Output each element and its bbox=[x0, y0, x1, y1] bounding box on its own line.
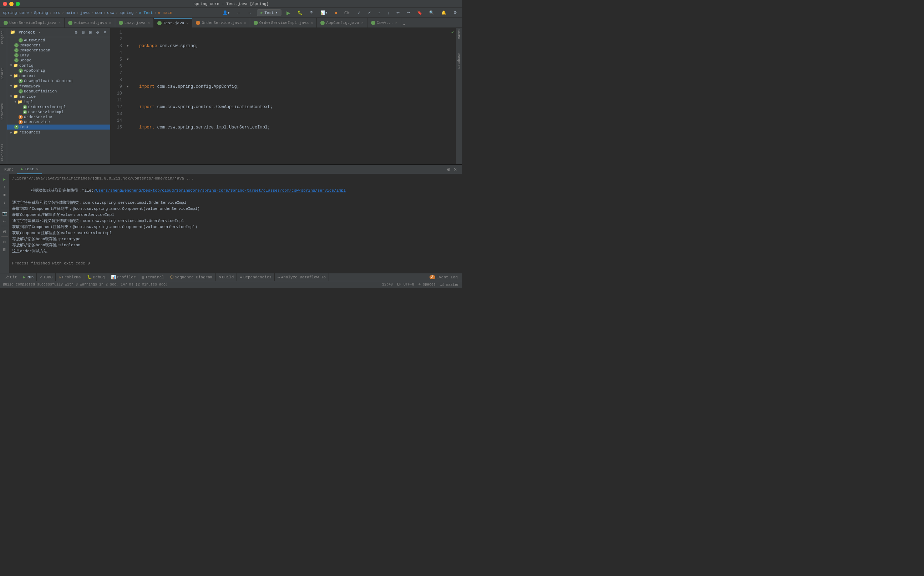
breadcrumb-part-0[interactable]: spring-core bbox=[3, 11, 29, 15]
tree-item-userservice[interactable]: I UserService bbox=[7, 120, 110, 125]
screenshot-button[interactable]: 📷 bbox=[1, 210, 8, 217]
scroll-down-button[interactable]: ↓ bbox=[1, 199, 8, 206]
tab-close-icon[interactable]: ✕ bbox=[361, 21, 364, 25]
profiler-tool[interactable]: 📊 Profiler bbox=[108, 274, 139, 281]
tree-folder-impl[interactable]: ▼ 📁 impl bbox=[7, 99, 110, 104]
file-path-link[interactable]: /Users/shengwencheng/Desktop/cloud/Sprin… bbox=[94, 189, 346, 193]
stop-button[interactable]: ■ bbox=[332, 10, 339, 16]
breadcrumb-main[interactable]: ⊕ main bbox=[158, 10, 172, 15]
tab-close-icon[interactable]: ✕ bbox=[244, 21, 246, 25]
tab-close-icon[interactable]: ✕ bbox=[395, 21, 397, 25]
analyze-dataflow-tool[interactable]: → Analyze Dataflow To bbox=[275, 274, 329, 281]
breadcrumb-test[interactable]: ⊕ Test bbox=[139, 10, 153, 15]
breadcrumb-part-3[interactable]: main bbox=[65, 11, 75, 15]
stop-run-button[interactable]: ■ bbox=[1, 191, 8, 198]
tree-folder-context[interactable]: ▼ 📁 context bbox=[7, 73, 110, 78]
tab-close-icon[interactable]: ✕ bbox=[311, 21, 313, 25]
delete-button[interactable]: 🗑 bbox=[1, 246, 8, 253]
status-git-branch[interactable]: ⎇ master bbox=[440, 283, 459, 287]
print-button[interactable]: 🖨 bbox=[1, 228, 8, 235]
tab-close-icon[interactable]: ✕ bbox=[148, 21, 150, 25]
forward-button[interactable]: → bbox=[246, 10, 254, 16]
git-pull[interactable]: ↓ bbox=[385, 10, 392, 16]
run-config-selector[interactable]: ▶ Test ▾ bbox=[257, 9, 282, 16]
terminal-tool[interactable]: ▤ Terminal bbox=[139, 274, 167, 281]
tab-lazy[interactable]: Lazy.java ✕ bbox=[115, 18, 154, 27]
run-tab-close[interactable]: ✕ bbox=[36, 167, 38, 171]
debug-tool[interactable]: 🐛 Debug bbox=[84, 274, 108, 281]
git-tool[interactable]: ⎇ Git bbox=[2, 274, 20, 281]
tree-item-lazy[interactable]: C Lazy bbox=[7, 53, 110, 58]
tree-folder-framework[interactable]: ▼ 📁 framework bbox=[7, 83, 110, 89]
collapse-all-button[interactable]: ⊟ bbox=[81, 30, 86, 34]
breadcrumb-part-7[interactable]: spring bbox=[120, 11, 134, 15]
breadcrumb-part-6[interactable]: csw bbox=[107, 11, 114, 15]
close-button[interactable] bbox=[3, 2, 7, 6]
run-button[interactable]: ▶ bbox=[284, 9, 292, 16]
tree-item-appconfig[interactable]: C AppConfig bbox=[7, 68, 110, 73]
tree-item-userserviceimpl[interactable]: C UserServiceImpl bbox=[7, 110, 110, 115]
notifications-button[interactable]: 🔔 bbox=[439, 10, 448, 16]
git-commit[interactable]: ✓ bbox=[365, 10, 373, 16]
redo-button[interactable]: ↪ bbox=[405, 10, 412, 16]
coverage-button[interactable]: ☂ bbox=[308, 10, 315, 16]
close-run-button[interactable]: ✕ bbox=[453, 166, 458, 173]
event-log[interactable]: 3 Event Log bbox=[427, 275, 461, 280]
wrap-button[interactable]: ⟵ bbox=[1, 218, 8, 224]
user-icon[interactable]: 👤▾ bbox=[220, 10, 232, 16]
tab-test[interactable]: Test.java ✕ bbox=[154, 18, 192, 27]
tree-item-orderservice[interactable]: I OrderService bbox=[7, 115, 110, 120]
build-tool[interactable]: ⚙ Build bbox=[216, 274, 237, 281]
minimize-button[interactable] bbox=[9, 2, 14, 6]
tree-item-autowired[interactable]: C Autowired bbox=[7, 38, 110, 43]
settings-button[interactable]: ⚙ bbox=[451, 10, 459, 16]
favorites-panel-label[interactable]: Favorites bbox=[0, 141, 7, 164]
tree-item-beandefinition[interactable]: C BeanDefinition bbox=[7, 89, 110, 94]
fold-arrow-9[interactable]: ▼ bbox=[125, 83, 131, 90]
settings-run-button[interactable]: ⚙ bbox=[446, 166, 451, 173]
tree-item-component[interactable]: C Component bbox=[7, 43, 110, 48]
tree-item-scope[interactable]: C Scope bbox=[7, 58, 110, 63]
close-panel[interactable]: ✕ bbox=[102, 30, 107, 34]
maven-label[interactable]: Maven bbox=[457, 29, 461, 39]
restart-button[interactable]: ▶ bbox=[1, 176, 8, 183]
commit-panel-label[interactable]: Commit bbox=[0, 65, 7, 82]
run-tool[interactable]: ▶ Run bbox=[20, 274, 37, 281]
sequence-diagram-tool[interactable]: ⬡ Sequence Diagram bbox=[167, 274, 216, 281]
split-button[interactable]: ⊡ bbox=[1, 238, 8, 245]
todo-tool[interactable]: ✓ TODO bbox=[37, 274, 56, 281]
breadcrumb-part-4[interactable]: java bbox=[80, 11, 89, 15]
back-button[interactable]: ← bbox=[235, 10, 243, 16]
tab-orderservice[interactable]: OrderService.java ✕ bbox=[192, 18, 250, 27]
scroll-up-button[interactable]: ↑ bbox=[1, 184, 8, 190]
settings-gear[interactable]: ⚙ bbox=[95, 30, 100, 34]
run-tab-test[interactable]: ▶ Test ✕ bbox=[17, 165, 42, 174]
tree-folder-service[interactable]: ▼ 📁 service bbox=[7, 94, 110, 99]
tab-close-icon[interactable]: ✕ bbox=[186, 21, 188, 26]
tabs-overflow[interactable]: ▾ bbox=[401, 22, 407, 27]
maximize-button[interactable] bbox=[16, 2, 20, 6]
code-editor[interactable]: 12345 678910 1112131415 ▼ ▼ ▼ bbox=[110, 28, 456, 164]
problems-tool[interactable]: ⚠ Problems bbox=[56, 274, 84, 281]
fold-arrow-3[interactable]: ▼ bbox=[125, 43, 131, 50]
tab-autowired[interactable]: Autowired.java ✕ bbox=[65, 18, 115, 27]
git-update[interactable]: ✓ bbox=[355, 10, 363, 16]
project-dropdown[interactable]: ▾ bbox=[38, 30, 41, 35]
fold-arrow-5[interactable]: ▼ bbox=[125, 56, 131, 63]
tree-item-orderserviceimpl[interactable]: C OrderServiceImpl bbox=[7, 104, 110, 110]
breadcrumb-part-1[interactable]: Spring bbox=[34, 11, 48, 15]
dependencies-tool[interactable]: ◈ Dependencies bbox=[237, 274, 275, 281]
tree-item-cswappcontext[interactable]: C CswApplicationContext bbox=[7, 78, 110, 83]
tree-item-componentscan[interactable]: C ComponentScan bbox=[7, 48, 110, 53]
tab-orderserviceimpl[interactable]: OrderServiceImpl.java ✕ bbox=[250, 18, 317, 27]
expand-all-button[interactable]: ⊞ bbox=[88, 30, 93, 34]
tree-folder-config[interactable]: ▼ 📁 config bbox=[7, 63, 110, 68]
database-label[interactable]: Database bbox=[457, 53, 461, 69]
debug-button[interactable]: 🐛 bbox=[295, 10, 305, 16]
profile-button[interactable]: 📊▾ bbox=[318, 10, 330, 16]
breadcrumb-part-2[interactable]: src bbox=[53, 11, 60, 15]
undo-button[interactable]: ↩ bbox=[394, 10, 402, 16]
project-panel-label[interactable]: Project bbox=[0, 28, 7, 47]
structure-panel-label[interactable]: Structure bbox=[0, 100, 7, 123]
tree-item-test[interactable]: C Test bbox=[7, 125, 110, 130]
